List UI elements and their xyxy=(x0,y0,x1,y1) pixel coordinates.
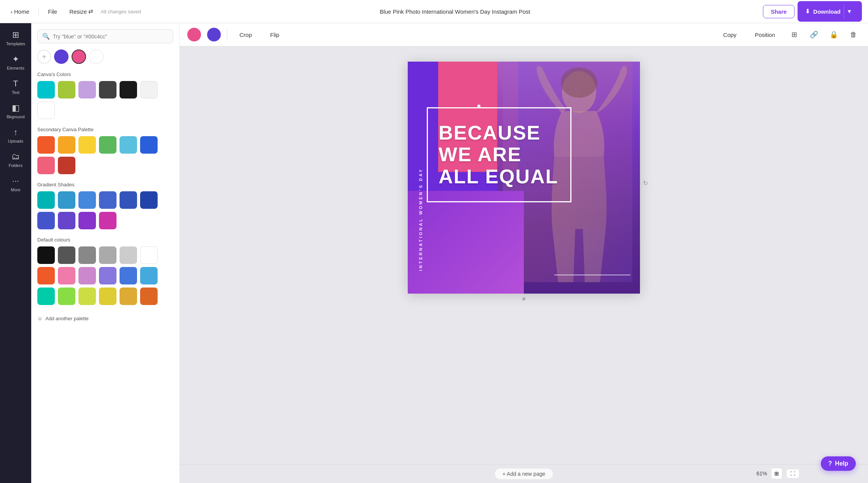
default-swatch-darkgray[interactable] xyxy=(58,246,75,264)
color-panel: 🔍 + Canva's Colors Secondary Canva Palet… xyxy=(31,23,180,483)
canvas-scroll[interactable]: ⊡ ⧉ xyxy=(180,46,868,464)
gradient-swatch-7[interactable] xyxy=(37,212,55,229)
help-label: Help xyxy=(835,460,848,467)
gradient-swatch-10[interactable] xyxy=(99,212,116,229)
download-icon: ⬇ xyxy=(805,8,810,15)
color-swatch-darkgray[interactable] xyxy=(99,81,116,99)
file-button[interactable]: File xyxy=(43,6,62,17)
default-swatch-black[interactable] xyxy=(37,246,55,264)
design-canvas[interactable]: BECAUSE WE ARE ALL EQUAL INTERNATIONAL W… xyxy=(408,62,640,294)
selected-color-purple[interactable] xyxy=(54,49,69,64)
canvas-text-box[interactable]: BECAUSE WE ARE ALL EQUAL xyxy=(427,107,571,202)
default-swatch-blue2[interactable] xyxy=(120,267,137,284)
trash-icon-button[interactable]: 🗑 xyxy=(847,28,860,41)
color-swatch-black[interactable] xyxy=(120,81,137,99)
document-title: Blue Pink Photo International Women's Da… xyxy=(150,8,760,15)
color-swatch-hot-pink[interactable] xyxy=(37,157,55,174)
gradient-swatch-1[interactable] xyxy=(37,191,55,209)
default-swatch-cyan[interactable] xyxy=(140,267,158,284)
default-swatch-gold[interactable] xyxy=(120,288,137,305)
color-swatch-teal[interactable] xyxy=(37,81,55,99)
home-button[interactable]: ‹ Home xyxy=(6,6,34,17)
selected-color-pink[interactable] xyxy=(72,49,86,64)
crop-button[interactable]: Crop xyxy=(233,29,258,40)
default-swatch-mauve[interactable] xyxy=(78,267,96,284)
color-swatch-lightgray[interactable] xyxy=(140,81,158,99)
add-color-button[interactable]: + xyxy=(37,50,51,64)
grid-view-button[interactable]: ⊞ xyxy=(771,468,782,479)
gradient-swatch-2[interactable] xyxy=(58,191,75,209)
sidebar-item-elements[interactable]: ✦ Elements xyxy=(2,51,29,73)
color-search-input[interactable] xyxy=(53,33,168,40)
default-swatch-gray[interactable] xyxy=(78,246,96,264)
color-swatch-sky[interactable] xyxy=(120,136,137,154)
add-page-button[interactable]: + Add a new page xyxy=(495,469,553,479)
resize-label: Resize xyxy=(69,8,87,15)
canvas-purple-bottom xyxy=(408,191,524,294)
color-swatch-orange[interactable] xyxy=(37,136,55,154)
add-palette-icon: ☺ xyxy=(37,316,42,321)
default-swatch-violet[interactable] xyxy=(99,267,116,284)
add-palette-button[interactable]: ☺ Add another palette xyxy=(37,313,89,324)
background-icon: ◧ xyxy=(12,103,20,113)
lock-icon-button[interactable]: 🔒 xyxy=(827,28,841,41)
gradient-swatch-3[interactable] xyxy=(78,191,96,209)
default-swatch-coral[interactable] xyxy=(37,267,55,284)
download-caret[interactable]: ▾ xyxy=(844,4,854,19)
sidebar-item-background[interactable]: ◧ Bkground xyxy=(2,99,29,122)
rotate-handle[interactable]: ↻ xyxy=(643,180,649,186)
download-button[interactable]: ⬇ Download ▾ xyxy=(798,1,862,22)
bottom-bar: + Add a new page 61% ⊞ ⛶ xyxy=(180,464,868,483)
default-colors-title: Default colours xyxy=(37,237,173,243)
resize-button[interactable]: Resize ⇄ xyxy=(65,6,98,17)
color-swatch-amber[interactable] xyxy=(58,136,75,154)
gradient-swatch-8[interactable] xyxy=(58,212,75,229)
default-swatch-lime[interactable] xyxy=(58,288,75,305)
more-icon: ··· xyxy=(12,176,19,186)
default-swatch-midgray[interactable] xyxy=(99,246,116,264)
canva-colors-grid xyxy=(37,81,173,119)
sidebar-item-folders[interactable]: 🗂 Folders xyxy=(2,148,29,171)
gradient-swatch-9[interactable] xyxy=(78,212,96,229)
flip-button[interactable]: Flip xyxy=(264,29,286,40)
color-swatch-blue[interactable] xyxy=(140,136,158,154)
sidebar-item-text[interactable]: T Text xyxy=(2,75,29,98)
default-swatch-white[interactable] xyxy=(140,246,158,264)
canva-colors-title: Canva's Colors xyxy=(37,71,173,77)
active-color-pink[interactable] xyxy=(187,28,201,41)
share-button[interactable]: Share xyxy=(763,5,795,18)
default-swatch-burnt[interactable] xyxy=(140,288,158,305)
color-swatch-white[interactable] xyxy=(37,102,55,119)
zoom-controls: 61% ⊞ ⛶ xyxy=(756,468,799,479)
file-label: File xyxy=(48,8,57,15)
sidebar-item-uploads[interactable]: ↑ Uploads xyxy=(2,124,29,146)
sidebar-icons: ⊞ Templates ✦ Elements T Text ◧ Bkground… xyxy=(0,23,31,483)
fullscreen-button[interactable]: ⛶ xyxy=(786,469,799,478)
active-color-purple[interactable] xyxy=(207,28,221,41)
color-swatch-lavender[interactable] xyxy=(78,81,96,99)
secondary-palette-title: Secondary Canva Palette xyxy=(37,127,173,132)
color-swatch-lime-green[interactable] xyxy=(99,136,116,154)
default-swatch-teal2[interactable] xyxy=(37,288,55,305)
link-icon-button[interactable]: 🔗 xyxy=(807,28,821,41)
gradient-swatch-5[interactable] xyxy=(120,191,137,209)
color-swatch-red[interactable] xyxy=(58,157,75,174)
gradient-swatch-4[interactable] xyxy=(99,191,116,209)
resize-icon: ⇄ xyxy=(88,8,93,15)
download-label: Download xyxy=(813,8,841,15)
position-button[interactable]: Position xyxy=(749,29,781,40)
sidebar-item-templates[interactable]: ⊞ Templates xyxy=(2,26,29,49)
default-swatch-yellow-green[interactable] xyxy=(78,288,96,305)
help-button[interactable]: ? Help xyxy=(821,456,856,471)
grid-icon-button[interactable]: ⊞ xyxy=(787,28,801,41)
question-mark-icon: ? xyxy=(828,460,832,467)
gradient-swatch-6[interactable] xyxy=(140,191,158,209)
copy-button[interactable]: Copy xyxy=(717,29,743,40)
default-swatch-lightgray[interactable] xyxy=(120,246,137,264)
default-swatch-pink[interactable] xyxy=(58,267,75,284)
color-swatch-yellow[interactable] xyxy=(78,136,96,154)
sidebar-item-more[interactable]: ··· More xyxy=(2,172,29,195)
color-swatch-green[interactable] xyxy=(58,81,75,99)
default-swatch-yellow2[interactable] xyxy=(99,288,116,305)
selected-color-white[interactable] xyxy=(89,49,104,64)
